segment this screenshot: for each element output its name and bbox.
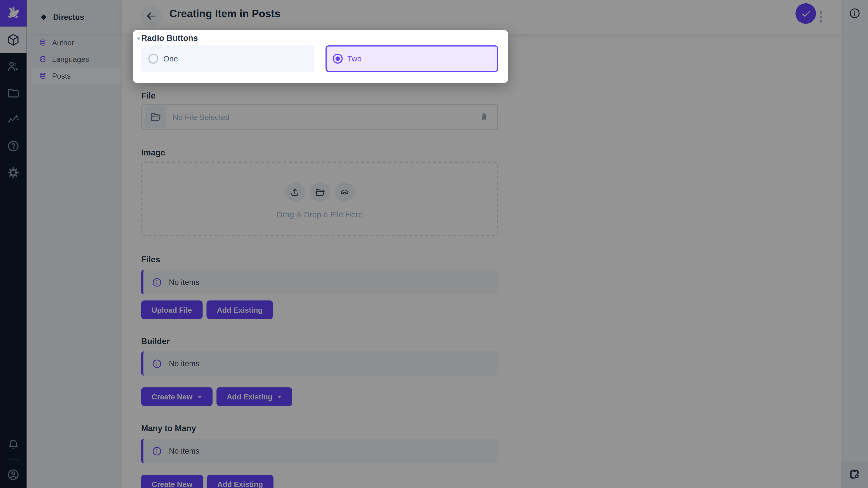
radio-field-label: Radio Buttons — [141, 33, 198, 43]
radio-field-label-row: Radio Buttons — [141, 33, 198, 43]
radio-option-label: Two — [347, 54, 362, 63]
radio-options: One Two — [141, 45, 498, 72]
radio-option-two[interactable]: Two — [325, 45, 498, 72]
directus-app: Directus Author — [0, 0, 868, 488]
edited-indicator-dot — [137, 37, 140, 40]
radio-option-label: One — [163, 54, 178, 63]
radio-checked-icon — [333, 54, 342, 64]
radio-unchecked-icon — [148, 54, 158, 64]
radio-buttons-field-spotlight: Radio Buttons One Two — [133, 30, 508, 83]
radio-option-one[interactable]: One — [141, 45, 314, 72]
